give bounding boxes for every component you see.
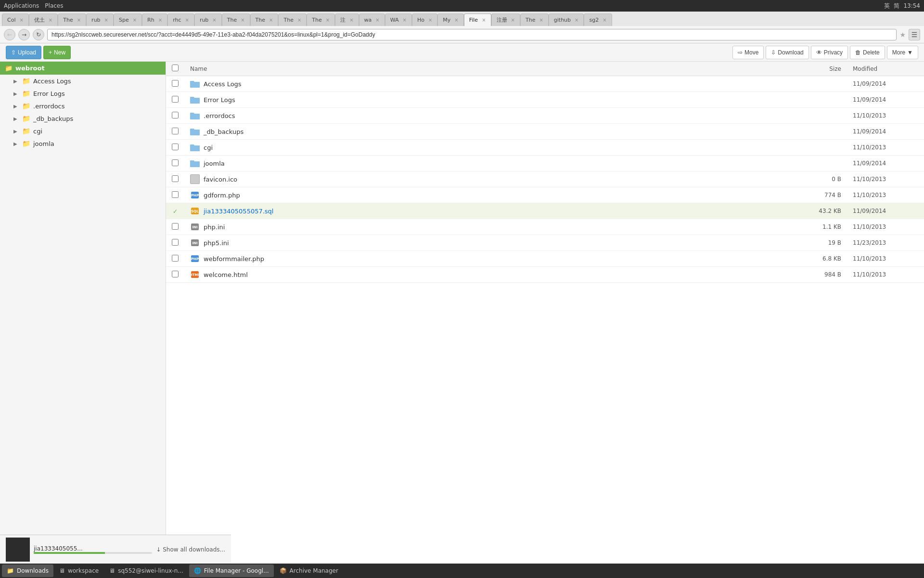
table-row[interactable]: .errordocs 11/10/2013 xyxy=(166,108,924,124)
forward-button[interactable]: → xyxy=(18,29,30,40)
table-row[interactable]: favicon.ico 0 B 11/10/2013 xyxy=(166,171,924,187)
table-row[interactable]: INI php5.ini 19 B 11/23/2013 xyxy=(166,235,924,251)
file-name[interactable]: webformmailer.php xyxy=(204,255,264,263)
tab-the3[interactable]: The× xyxy=(250,13,279,26)
tab-the5[interactable]: The× xyxy=(307,13,335,26)
table-row[interactable]: PHP gdform.php 774 B 11/10/2013 xyxy=(166,187,924,203)
back-button[interactable]: ← xyxy=(4,29,15,40)
table-row[interactable]: cgi 11/10/2013 xyxy=(166,140,924,156)
tab-col[interactable]: Col× xyxy=(2,13,29,26)
sidebar-item-errordocs[interactable]: ▶ 📁 .errordocs xyxy=(0,100,166,112)
new-button[interactable]: + New xyxy=(43,46,71,59)
table-row[interactable]: PHP webformmailer.php 6.8 KB 11/10/2013 xyxy=(166,251,924,267)
file-name[interactable]: .errordocs xyxy=(204,112,235,119)
tab-zhu2[interactable]: 注册× xyxy=(491,13,520,26)
more-button[interactable]: More ▼ xyxy=(887,46,918,59)
tab-rhc[interactable]: rhc× xyxy=(167,13,194,26)
sidebar-root[interactable]: 📁 webroot xyxy=(0,62,166,75)
tab-ho[interactable]: Ho× xyxy=(412,13,437,26)
sidebar-item-joomla[interactable]: ▶ 📁 joomla xyxy=(0,137,166,150)
row-checkbox[interactable] xyxy=(172,175,179,182)
row-checkbox[interactable] xyxy=(172,255,179,262)
tab-file[interactable]: File× xyxy=(464,13,491,26)
tab-rh[interactable]: Rh× xyxy=(142,13,167,26)
sidebar-item-db-backups[interactable]: ▶ 📁 _db_backups xyxy=(0,112,166,125)
tab-sg2[interactable]: sg2× xyxy=(584,13,612,26)
table-row[interactable]: ✓ SQL jia1333405055057.sql 43.2 KB 11/09… xyxy=(166,203,924,219)
table-row[interactable]: _db_backups 11/09/2014 xyxy=(166,124,924,140)
sidebar-item-label: Access Logs xyxy=(33,78,71,85)
sidebar-item-access-logs[interactable]: ▶ 📁 Access Logs xyxy=(0,75,166,87)
file-name[interactable]: php5.ini xyxy=(204,239,229,247)
file-name[interactable]: favicon.ico xyxy=(204,176,237,183)
tab-the6[interactable]: The× xyxy=(520,13,549,26)
row-checkbox[interactable] xyxy=(172,223,179,230)
tab-spe[interactable]: Spe× xyxy=(114,13,142,26)
file-name[interactable]: jia1333405055057.sql xyxy=(204,208,273,215)
tab-rub1[interactable]: rub× xyxy=(86,13,114,26)
tab-the1[interactable]: The× xyxy=(58,13,86,26)
taskbar-file-manager[interactable]: 🌐 File Manager - Googl... xyxy=(189,565,274,577)
applications-menu[interactable]: Applications xyxy=(4,2,39,9)
row-checkbox[interactable] xyxy=(172,271,179,277)
file-name[interactable]: cgi xyxy=(204,144,213,151)
tab-youku[interactable]: 优土× xyxy=(29,13,58,26)
sidebar-item-error-logs[interactable]: ▶ 📁 Error Logs xyxy=(0,87,166,100)
file-name[interactable]: _db_backups xyxy=(204,128,244,135)
places-menu[interactable]: Places xyxy=(45,2,63,9)
tab-my[interactable]: My× xyxy=(437,13,463,26)
taskbar-terminal[interactable]: 🖥 sq552@siwei-linux-n... xyxy=(104,565,188,577)
taskbar-workspace[interactable]: 🖥 workspace xyxy=(54,565,103,577)
privacy-button[interactable]: 👁 Privacy xyxy=(811,46,848,59)
row-checkbox[interactable] xyxy=(172,159,179,166)
file-name-cell: .errordocs xyxy=(190,111,783,120)
file-name[interactable]: gdform.php xyxy=(204,192,240,199)
file-size: 6.8 KB xyxy=(789,251,847,267)
file-name[interactable]: welcome.html xyxy=(204,271,248,278)
expand-icon: ▶ xyxy=(13,104,19,109)
table-row[interactable]: Error Logs 11/09/2014 xyxy=(166,92,924,108)
file-name[interactable]: joomla xyxy=(204,160,225,167)
select-all-checkbox[interactable] xyxy=(172,65,179,71)
download-button[interactable]: ⇩ Download xyxy=(766,46,808,59)
table-row[interactable]: Access Logs 11/09/2014 xyxy=(166,76,924,92)
tab-the4[interactable]: The× xyxy=(278,13,307,26)
address-bar[interactable] xyxy=(47,29,897,40)
row-checkbox[interactable] xyxy=(172,128,179,134)
browser-settings-button[interactable]: ☰ xyxy=(909,29,920,40)
move-icon: ⇨ xyxy=(738,49,743,56)
row-checkbox[interactable] xyxy=(172,112,179,118)
row-checkbox[interactable] xyxy=(172,80,179,87)
table-row[interactable]: joomla 11/09/2014 xyxy=(166,156,924,171)
tab-rub2[interactable]: rub× xyxy=(194,13,222,26)
row-checkbox[interactable] xyxy=(172,191,179,198)
tab-wa[interactable]: wa× xyxy=(359,13,385,26)
taskbar-downloads[interactable]: 📁 Downloads xyxy=(2,565,53,577)
file-name[interactable]: Access Logs xyxy=(204,80,242,88)
bookmark-star-icon[interactable]: ★ xyxy=(899,31,906,39)
taskbar-archive[interactable]: 📦 Archive Manager xyxy=(275,565,343,577)
show-all-downloads-button[interactable]: ↓ Show all downloads... xyxy=(156,546,225,553)
delete-button[interactable]: 🗑 Delete xyxy=(850,46,885,59)
upload-button[interactable]: ⇧ Upload xyxy=(6,46,41,59)
file-name[interactable]: php.ini xyxy=(204,223,225,231)
file-name-cell: Access Logs xyxy=(190,79,783,89)
tab-the2[interactable]: The× xyxy=(222,13,250,26)
file-type-icon: PHP xyxy=(190,254,200,263)
tab-zhu[interactable]: 注× xyxy=(335,13,359,26)
sidebar-item-label: cgi xyxy=(33,128,42,135)
row-checkbox[interactable] xyxy=(172,96,179,103)
tab-wa2[interactable]: WA× xyxy=(385,13,412,26)
row-checkbox-cell xyxy=(166,108,184,124)
row-checkbox[interactable] xyxy=(172,239,179,246)
table-row[interactable]: HTML welcome.html 984 B 11/10/2013 xyxy=(166,267,924,283)
tab-github[interactable]: github× xyxy=(549,13,584,26)
chevron-down-icon: ▼ xyxy=(907,49,913,56)
sidebar-item-cgi[interactable]: ▶ 📁 cgi xyxy=(0,125,166,137)
terminal-taskbar-icon: 🖥 xyxy=(109,567,115,574)
table-row[interactable]: INI php.ini 1.1 KB 11/10/2013 xyxy=(166,219,924,235)
file-name[interactable]: Error Logs xyxy=(204,96,235,104)
row-checkbox[interactable] xyxy=(172,144,179,150)
reload-button[interactable]: ↻ xyxy=(33,29,44,40)
move-button[interactable]: ⇨ Move xyxy=(732,46,764,59)
